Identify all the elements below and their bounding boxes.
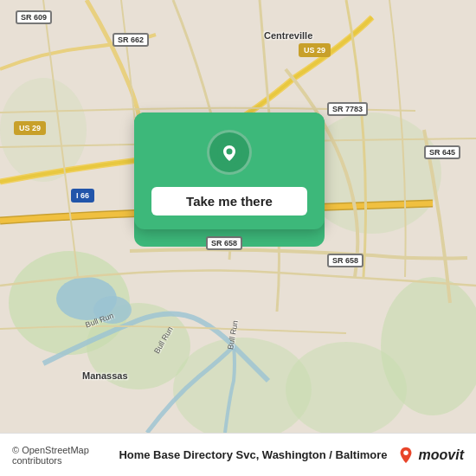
location-title: Home Base Directory Svc, Washington / Ba… — [119, 448, 387, 461]
copyright-text: © OpenStreetMap contributors — [12, 445, 110, 466]
location-card: Take me there — [134, 113, 325, 229]
road-badge-sr7783: SR 7783 — [327, 102, 368, 116]
road-badge-sr609: SR 609 — [16, 10, 52, 24]
svg-point-16 — [403, 450, 408, 455]
road-badge-us29a: US 29 — [14, 121, 46, 135]
bottom-bar: © OpenStreetMap contributors Home Base D… — [0, 433, 476, 476]
road-badge-sr662: SR 662 — [113, 33, 149, 47]
take-me-there-button[interactable]: Take me there — [151, 187, 307, 215]
pin-svg — [217, 140, 241, 164]
road-badge-i66: I 66 — [71, 189, 94, 203]
place-label-manassas: Manassas — [82, 370, 128, 381]
map-pin-icon — [207, 130, 252, 175]
map-container: SR 609 SR 662 US 29 US 29 I 66 SR 7783 S… — [0, 0, 476, 433]
road-badge-us29b: US 29 — [299, 43, 331, 57]
moovit-logo: moovit — [396, 446, 464, 465]
road-badge-sr658b: SR 658 — [327, 254, 363, 267]
moovit-pin-icon — [396, 446, 415, 465]
svg-point-7 — [286, 342, 407, 433]
svg-point-15 — [227, 149, 233, 155]
road-badge-sr645: SR 645 — [424, 145, 460, 159]
place-label-centreville: Centreville — [264, 30, 312, 41]
road-badge-sr658a: SR 658 — [206, 236, 242, 250]
moovit-brand-text: moovit — [419, 447, 464, 463]
